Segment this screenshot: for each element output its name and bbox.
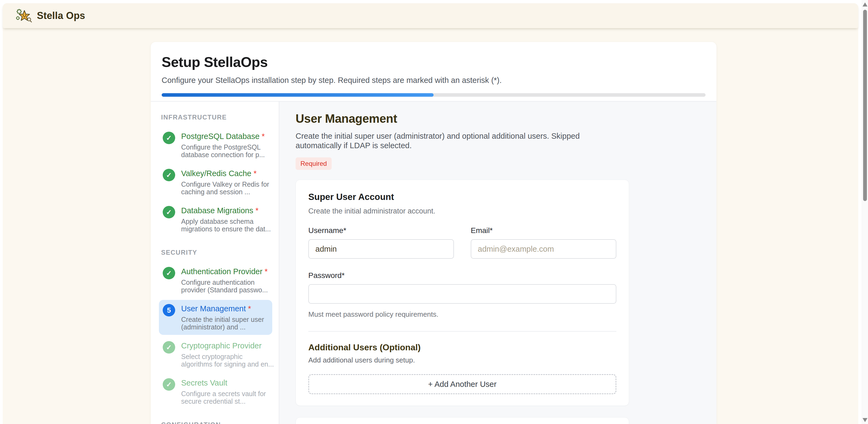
step-description: Select cryptographic algorithms for sign… (181, 353, 275, 368)
step-title: Cryptographic Provider (181, 341, 262, 350)
sidebar-item-postgresql-database[interactable]: ✓ PostgreSQL Database* Configure the Pos… (159, 128, 272, 163)
step-title: User Management (181, 304, 246, 313)
password-helper-text: Must meet password policy requirements. (308, 310, 616, 319)
email-input[interactable] (471, 239, 616, 259)
sidebar-item-valkey-redis-cache[interactable]: ✓ Valkey/Redis Cache* Configure Valkey o… (159, 165, 272, 200)
app-surface: Stella Ops Setup StellaOps Configure you… (3, 3, 858, 424)
required-asterisk: * (248, 304, 251, 313)
sidebar-item-cryptographic-provider[interactable]: ✓ Cryptographic Provider Select cryptogr… (159, 337, 272, 372)
wizard-header: Setup StellaOps Configure your StellaOps… (151, 42, 716, 102)
additional-users-title: Additional Users (Optional) (308, 343, 616, 353)
step-title: Authentication Provider (181, 267, 262, 276)
additional-users-subtitle: Add additional users during setup. (308, 356, 616, 364)
stella-ops-logo-icon (16, 8, 32, 23)
step-heading: User Management (296, 112, 700, 125)
step-title: PostgreSQL Database (181, 132, 259, 141)
sidebar-item-authentication-provider[interactable]: ✓ Authentication Provider* Configure aut… (159, 263, 272, 298)
super-user-subtitle: Create the initial administrator account… (308, 207, 616, 216)
setup-wizard-card: Setup StellaOps Configure your StellaOps… (151, 42, 716, 424)
add-another-user-button[interactable]: + Add Another User (308, 374, 616, 394)
required-asterisk: * (253, 169, 256, 178)
sidebar-item-user-management[interactable]: 5 User Management* Create the initial su… (159, 300, 272, 335)
step-description: Configure a secrets vault for secure cre… (181, 390, 275, 405)
sidebar-item-database-migrations[interactable]: ✓ Database Migrations* Apply database sc… (159, 202, 272, 237)
super-user-title: Super User Account (308, 192, 616, 202)
username-input[interactable] (308, 239, 454, 259)
scroll-down-arrow-icon[interactable] (863, 418, 867, 422)
username-label: Username* (308, 226, 454, 235)
step-description: Configure authentication provider (Stand… (181, 279, 275, 294)
page-subtitle: Configure your StellaOps installation st… (162, 76, 706, 85)
step-number-badge: 5 (163, 304, 175, 317)
app-title: Stella Ops (37, 10, 85, 22)
step-title: Valkey/Redis Cache (181, 169, 251, 178)
step-description: Configure Valkey or Redis for caching an… (181, 181, 275, 196)
required-badge: Required (296, 157, 332, 170)
scrollbar-thumb[interactable] (863, 10, 867, 201)
email-label: Email* (471, 226, 616, 235)
check-circle-icon: ✓ (163, 169, 175, 181)
required-asterisk: * (255, 206, 258, 215)
sidebar-section-security: SECURITY (161, 249, 272, 256)
step-description: Apply database schema migrations to ensu… (181, 218, 275, 233)
browser-scrollbar[interactable] (862, 0, 868, 424)
validation-checks-card: Validation Checks exists Check passed (296, 417, 629, 424)
step-description: Configure the PostgreSQL database connec… (181, 143, 275, 159)
password-label: Password* (308, 271, 616, 280)
password-input[interactable] (308, 284, 616, 304)
step-title: Secrets Vault (181, 379, 227, 387)
step-title: Database Migrations (181, 206, 253, 215)
step-content-pane: User Management Create the initial super… (279, 102, 716, 424)
check-circle-icon: ✓ (163, 341, 175, 354)
section-divider (308, 331, 616, 332)
step-heading-description: Create the initial super user (administr… (296, 131, 613, 150)
progress-fill (162, 93, 434, 97)
super-user-account-card: Super User Account Create the initial ad… (296, 180, 629, 406)
setup-progress-bar (162, 93, 706, 97)
scroll-up-arrow-icon[interactable] (863, 2, 867, 6)
app-header: Stella Ops (3, 3, 858, 28)
sidebar-item-secrets-vault[interactable]: ✓ Secrets Vault Configure a secrets vaul… (159, 374, 272, 409)
sidebar-section-configuration: CONFIGURATION (161, 421, 272, 424)
required-asterisk: * (262, 132, 265, 141)
required-asterisk: * (265, 267, 268, 276)
step-description: Create the initial super user (administr… (181, 316, 275, 331)
check-circle-icon: ✓ (163, 378, 175, 391)
check-circle-icon: ✓ (163, 206, 175, 218)
steps-sidebar: INFRASTRUCTURE ✓ PostgreSQL Database* Co… (151, 102, 279, 424)
check-circle-icon: ✓ (163, 132, 175, 144)
page-title: Setup StellaOps (162, 54, 706, 70)
sidebar-section-infrastructure: INFRASTRUCTURE (161, 113, 272, 121)
check-circle-icon: ✓ (163, 267, 175, 279)
